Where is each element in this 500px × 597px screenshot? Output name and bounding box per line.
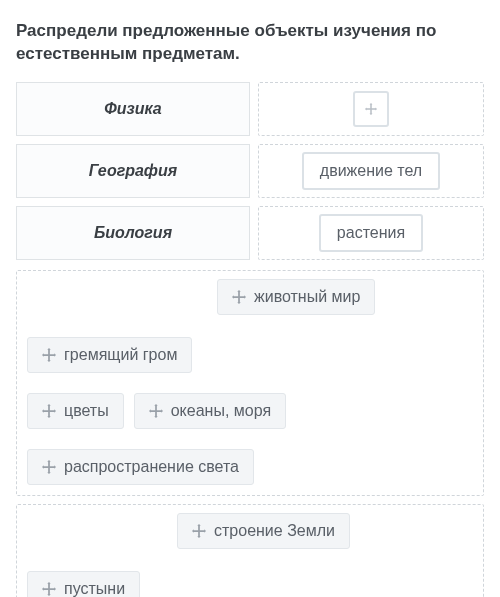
move-icon (365, 103, 377, 115)
chip-bank[interactable]: строение Земли пустыни (16, 504, 484, 597)
chip-item[interactable]: гремящий гром (27, 337, 192, 373)
dropzone-geography[interactable]: движение тел (258, 144, 484, 198)
placed-chip[interactable]: растения (319, 214, 423, 252)
chip-item[interactable]: океаны, моря (134, 393, 286, 429)
chip-label: цветы (64, 403, 109, 419)
move-icon (42, 404, 56, 418)
chip-label: гремящий гром (64, 347, 177, 363)
chip-bank[interactable]: животный мир гремящий гром цветы океаны,… (16, 270, 484, 496)
task-prompt: Распредели предложенные объекты изучения… (16, 20, 484, 66)
category-row: Физика (16, 82, 484, 136)
chip-item[interactable]: распространение света (27, 449, 254, 485)
move-icon (42, 348, 56, 362)
chip-item[interactable]: животный мир (217, 279, 375, 315)
chip-item[interactable]: пустыни (27, 571, 140, 597)
chip-label: океаны, моря (171, 403, 271, 419)
chip-item[interactable]: цветы (27, 393, 124, 429)
chip-label: пустыни (64, 581, 125, 597)
bank-leading-gap (27, 279, 207, 317)
move-icon (42, 460, 56, 474)
placed-chip-empty[interactable] (353, 91, 389, 127)
chip-label: распространение света (64, 459, 239, 475)
dropzone-biology[interactable]: растения (258, 206, 484, 260)
move-icon (149, 404, 163, 418)
chip-label: строение Земли (214, 523, 335, 539)
category-row: Биология растения (16, 206, 484, 260)
category-label-geography: География (16, 144, 250, 198)
move-icon (232, 290, 246, 304)
placed-chip[interactable]: движение тел (302, 152, 440, 190)
category-label-physics: Физика (16, 82, 250, 136)
chip-label: животный мир (254, 289, 360, 305)
category-row: География движение тел (16, 144, 484, 198)
chip-item[interactable]: строение Земли (177, 513, 350, 549)
category-label-biology: Биология (16, 206, 250, 260)
bank-leading-gap (27, 513, 167, 551)
category-rows: Физика География движение тел Биология р… (16, 82, 484, 260)
dropzone-physics[interactable] (258, 82, 484, 136)
move-icon (192, 524, 206, 538)
move-icon (42, 582, 56, 596)
